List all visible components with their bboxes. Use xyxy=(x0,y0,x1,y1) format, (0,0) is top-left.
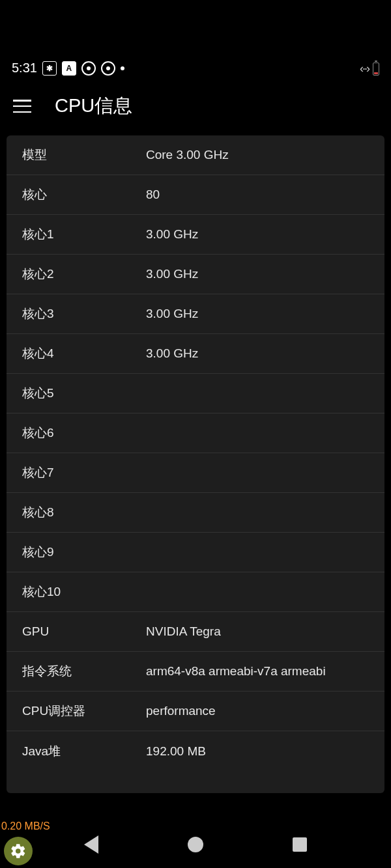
row-label: GPU xyxy=(22,624,146,639)
row-value: NVIDIA Tegra xyxy=(146,624,221,639)
row-value: 3.00 GHz xyxy=(146,346,198,361)
row-label: CPU调控器 xyxy=(22,703,146,720)
row-label: 核心9 xyxy=(22,544,146,561)
row-label: 核心8 xyxy=(22,504,146,521)
table-row: 指令系统arm64-v8a armeabi-v7a armeabi xyxy=(7,652,384,692)
status-dot-icon xyxy=(121,66,124,70)
table-row: Java堆192.00 MB xyxy=(7,731,384,771)
nav-back-button[interactable] xyxy=(84,835,98,854)
row-value: 3.00 GHz xyxy=(146,307,198,321)
nav-recent-button[interactable] xyxy=(293,837,307,852)
row-label: 核心10 xyxy=(22,583,146,600)
row-label: 指令系统 xyxy=(22,663,146,680)
row-value: 3.00 GHz xyxy=(146,267,198,281)
row-label: 核心 xyxy=(22,186,146,203)
row-label: 核心5 xyxy=(22,385,146,402)
app-bar: CPU信息 xyxy=(0,81,391,132)
cpu-info-list[interactable]: 模型Core 3.00 GHz 核心80 核心13.00 GHz 核心23.00… xyxy=(7,135,384,793)
row-value: 3.00 GHz xyxy=(146,227,198,242)
table-row: GPUNVIDIA Tegra xyxy=(7,612,384,652)
row-value: 80 xyxy=(146,188,160,202)
network-icon: ‹··› xyxy=(360,62,369,76)
nav-home-button[interactable] xyxy=(188,837,203,852)
row-label: 核心6 xyxy=(22,425,146,441)
status-right: ‹··› xyxy=(360,62,379,76)
table-row: 核心8 xyxy=(7,493,384,533)
app-icon-a: A xyxy=(62,61,76,76)
row-label: 模型 xyxy=(22,147,146,163)
status-left: 5:31 ✱ A xyxy=(12,61,124,76)
table-row: 核心33.00 GHz xyxy=(7,294,384,334)
table-row: 核心7 xyxy=(7,453,384,493)
table-row: 核心6 xyxy=(7,413,384,453)
row-label: 核心7 xyxy=(22,464,146,481)
table-row: CPU调控器performance xyxy=(7,692,384,731)
app-icon-circle-2 xyxy=(101,61,115,76)
table-row: 模型Core 3.00 GHz xyxy=(7,135,384,175)
row-label: 核心2 xyxy=(22,266,146,283)
page-title: CPU信息 xyxy=(55,93,132,119)
row-value: Core 3.00 GHz xyxy=(146,148,229,162)
table-row: 核心23.00 GHz xyxy=(7,255,384,294)
row-label: 核心3 xyxy=(22,305,146,322)
table-row: 核心10 xyxy=(7,572,384,612)
table-row: 核心9 xyxy=(7,533,384,572)
row-value: arm64-v8a armeabi-v7a armeabi xyxy=(146,664,326,679)
status-time: 5:31 xyxy=(12,61,37,76)
table-row: 核心5 xyxy=(7,374,384,413)
android-nav-bar xyxy=(0,821,391,868)
row-value: performance xyxy=(146,704,216,718)
menu-button[interactable] xyxy=(13,100,31,113)
status-bar: 5:31 ✱ A ‹··› xyxy=(0,0,391,81)
app-icon-1: ✱ xyxy=(42,61,57,76)
row-label: 核心4 xyxy=(22,345,146,362)
row-label: 核心1 xyxy=(22,226,146,243)
battery-icon xyxy=(373,63,379,76)
table-row: 核心13.00 GHz xyxy=(7,215,384,255)
app-icon-circle-1 xyxy=(81,61,96,76)
table-row: 核心43.00 GHz xyxy=(7,334,384,374)
row-label: Java堆 xyxy=(22,743,146,760)
table-row: 核心80 xyxy=(7,175,384,215)
row-value: 192.00 MB xyxy=(146,744,206,759)
